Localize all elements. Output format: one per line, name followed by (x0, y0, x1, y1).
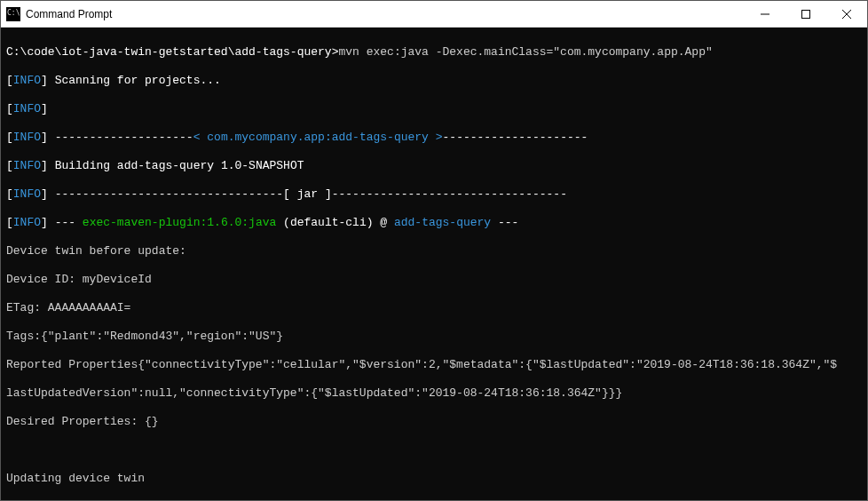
output-line: lastUpdatedVersion":null,"connectivityTy… (6, 386, 862, 401)
maximize-button[interactable] (785, 1, 826, 28)
output-line: [INFO] (6, 102, 862, 116)
output-line: Tags:{"plant":"Redmond43","region":"US"} (6, 330, 862, 344)
close-button[interactable] (826, 1, 867, 28)
output-line: [INFO] Building add-tags-query 1.0-SNAPS… (6, 159, 862, 173)
window-controls (745, 1, 867, 28)
prompt-line: C:\code\iot-java-twin-getstarted\add-tag… (6, 45, 862, 60)
output-line: Reported Properties{"connectivityType":"… (6, 358, 862, 372)
output-line: Device twin before update: (6, 244, 862, 258)
title-bar: Command Prompt (1, 1, 867, 28)
prompt-text: C:\code\iot-java-twin-getstarted\add-tag… (6, 45, 338, 59)
output-line: [INFO] --- exec-maven-plugin:1.6.0:java … (6, 216, 862, 230)
output-line: [INFO] ---------------------------------… (6, 187, 862, 202)
command-text: mvn exec:java -Dexec.mainClass="com.myco… (338, 45, 712, 59)
cmd-icon (6, 7, 20, 21)
output-line (6, 443, 862, 457)
minimize-button[interactable] (745, 1, 785, 28)
output-line: Device ID: myDeviceId (6, 273, 862, 287)
output-line: Desired Properties: {} (6, 415, 862, 429)
info-tag: INFO (13, 74, 41, 87)
output-line: Updating device twin (6, 472, 862, 486)
output-line: [INFO] --------------------< com.mycompa… (6, 131, 862, 145)
output-line: [INFO] Scanning for projects... (6, 74, 862, 88)
output-line: ETag: AAAAAAAAAAI= (6, 301, 862, 315)
svg-rect-1 (802, 10, 810, 18)
terminal-output[interactable]: C:\code\iot-java-twin-getstarted\add-tag… (1, 28, 867, 501)
window-title: Command Prompt (26, 8, 745, 20)
